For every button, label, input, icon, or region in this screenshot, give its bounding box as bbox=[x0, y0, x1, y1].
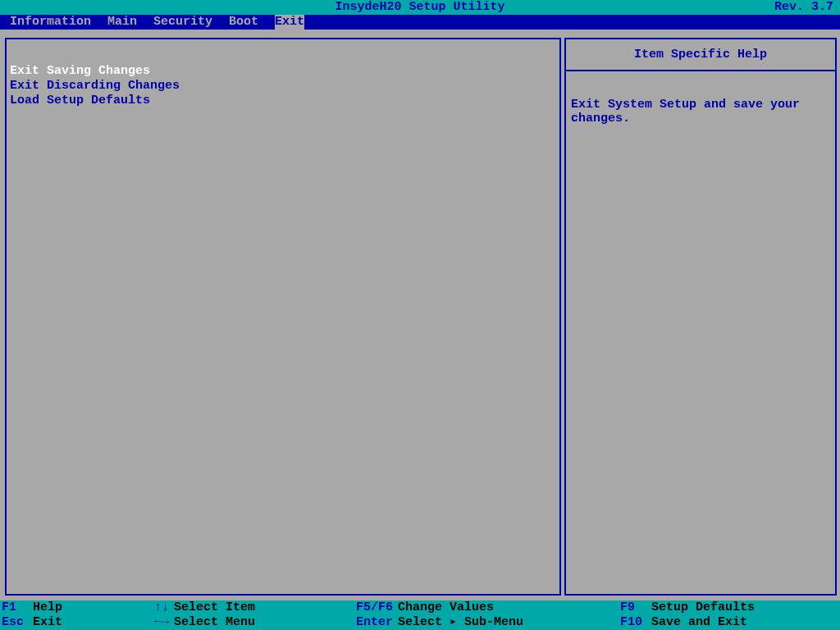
key-esc: Esc bbox=[2, 615, 24, 630]
help-panel-body: Exit System Setup and save your changes. bbox=[564, 70, 837, 596]
help-text: Exit System Setup and save your changes. bbox=[571, 98, 800, 126]
app-title: InsydeH20 Setup Utility bbox=[335, 0, 504, 15]
footer-select-menu: ←→ Select Menu bbox=[154, 615, 356, 630]
label-change-values: Change Values bbox=[398, 600, 494, 615]
footer-esc-exit: Esc Exit bbox=[2, 615, 154, 630]
label-help: Help bbox=[33, 600, 62, 615]
footer-select-item: ↑↓ Select Item bbox=[154, 600, 356, 615]
key-f10: F10 bbox=[620, 615, 642, 630]
key-f1: F1 bbox=[2, 600, 16, 615]
footer-f1-help: F1 Help bbox=[2, 600, 154, 615]
menu-information[interactable]: Information bbox=[10, 15, 91, 30]
help-panel-title: Item Specific Help bbox=[564, 38, 837, 70]
option-exit-discarding-changes[interactable]: Exit Discarding Changes bbox=[10, 79, 556, 94]
footer-save-exit: F10 Save and Exit bbox=[620, 615, 838, 630]
app-revision: Rev. 3.7 bbox=[774, 0, 833, 15]
label-select-menu: Select Menu bbox=[174, 615, 255, 630]
option-exit-saving-changes[interactable]: Exit Saving Changes bbox=[10, 64, 556, 79]
menu-boot[interactable]: Boot bbox=[229, 15, 258, 30]
help-title: Item Specific Help bbox=[634, 48, 767, 62]
footer-bar: F1 Help ↑↓ Select Item F5/F6 Change Valu… bbox=[0, 600, 840, 630]
label-exit: Exit bbox=[33, 615, 62, 630]
menu-main[interactable]: Main bbox=[107, 15, 137, 30]
footer-setup-defaults: F9 Setup Defaults bbox=[620, 600, 838, 615]
footer-enter-submenu: Enter Select ▸ Sub-Menu bbox=[356, 615, 620, 630]
key-f5-f6: F5/F6 bbox=[356, 600, 393, 615]
leftright-arrows-icon: ←→ bbox=[154, 615, 169, 630]
label-select-item: Select Item bbox=[174, 600, 255, 615]
label-select-submenu: Select ▸ Sub-Menu bbox=[398, 615, 523, 630]
menu-bar: Information Main Security Boot Exit bbox=[0, 15, 840, 30]
title-bar: InsydeH20 Setup Utility Rev. 3.7 bbox=[0, 0, 840, 15]
menu-security[interactable]: Security bbox=[153, 15, 212, 30]
work-area: Exit Saving Changes Exit Discarding Chan… bbox=[0, 30, 840, 600]
footer-change-values: F5/F6 Change Values bbox=[356, 600, 620, 615]
label-setup-defaults: Setup Defaults bbox=[651, 600, 755, 615]
option-load-setup-defaults[interactable]: Load Setup Defaults bbox=[10, 94, 556, 108]
label-save-exit: Save and Exit bbox=[651, 615, 747, 630]
updown-arrows-icon: ↑↓ bbox=[154, 600, 169, 615]
key-enter: Enter bbox=[356, 615, 393, 630]
menu-exit[interactable]: Exit bbox=[275, 15, 304, 30]
key-f9: F9 bbox=[620, 600, 635, 615]
main-panel: Exit Saving Changes Exit Discarding Chan… bbox=[5, 38, 561, 596]
